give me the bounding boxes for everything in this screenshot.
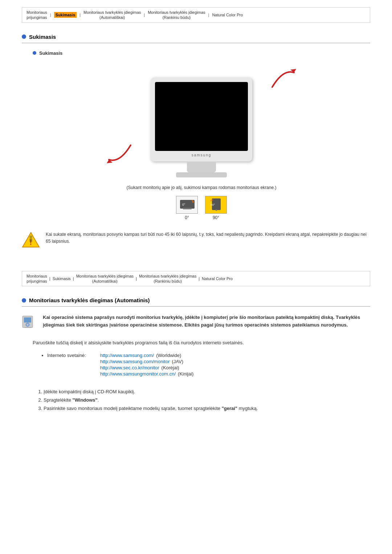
link-suffix-jav: (JAV): [172, 359, 183, 364]
spacer-1: [22, 264, 370, 271]
link-row-2: http://www.samsung.com/monitor (JAV): [100, 359, 193, 364]
section2-dot: [22, 298, 26, 303]
nav2-item-natural-color-pro[interactable]: Natural Color Pro: [202, 276, 233, 281]
section2-normal-paragraph: Paruoškite tuščią diskelį ir atsisiųskit…: [33, 339, 370, 347]
link-suffix-china: (Kinijai): [178, 371, 193, 377]
sub-section-sukimasis-header: Sukimasis: [33, 50, 370, 56]
links-block: http://www.samsung.com/ (Worldwide) http…: [100, 353, 193, 377]
monitor-stand-base: [176, 161, 227, 177]
svg-rect-12: [29, 238, 32, 242]
link-worldwide[interactable]: http://www.samsung.com/: [100, 353, 154, 358]
nav-sep-3: |: [144, 13, 145, 17]
nav2-item-rankiniu[interactable]: Monitoriaus tvarkyklės įdiegimas(Rankini…: [139, 274, 196, 284]
rotation-caption: (Sukant monitorių apie jo ašį, sukimosi …: [33, 185, 370, 190]
link-row-4: http://www.samsungmonitor.com.cn/ (Kinij…: [100, 371, 193, 377]
nav-sep-4: |: [208, 13, 209, 17]
warning-icon: !: [22, 231, 40, 249]
page-wrapper: Monitoriausprijungimas | Sukimasis | Mon…: [0, 0, 392, 420]
nav-item-prijungimas[interactable]: Monitoriausprijungimas: [26, 10, 47, 20]
nav-item-rankiniu[interactable]: Monitoriaus tvarkyklės įdiegimas(Rankini…: [148, 10, 205, 20]
angle-0-icon: 0°: [179, 198, 195, 211]
link-suffix-worldwide: (Worldwide): [156, 353, 181, 358]
nav-bar-2: Monitoriausprijungimas | Sukimasis | Mon…: [22, 271, 370, 287]
section1-header: Sukimasis: [22, 34, 370, 40]
driver-text-block: Kai operacinė sistema paprašys nurodyti …: [43, 314, 370, 333]
nav-sep-2: |: [79, 13, 81, 17]
link-korea[interactable]: http://www.sec.co.kr/monitor: [100, 365, 159, 370]
nav2-sep-1: |: [49, 276, 50, 281]
link-china[interactable]: http://www.samsungmonitor.com.cn/: [100, 371, 176, 377]
monitor-base: [176, 172, 227, 177]
section1-divider: [22, 43, 370, 43]
svg-text:90°: 90°: [211, 203, 215, 206]
link-jav[interactable]: http://www.samsung.com/monitor: [100, 359, 170, 364]
step-3: Pasirinkite savo monitoriaus modelį pate…: [44, 404, 370, 413]
svg-rect-14: [24, 317, 31, 323]
link-row-1: http://www.samsung.com/ (Worldwide): [100, 353, 193, 358]
svg-point-16: [27, 324, 28, 325]
section2-divider: [22, 306, 370, 307]
warning-text: Kai sukate ekraną, monitoriaus posvyrio …: [46, 231, 370, 245]
step-2: Spragtelėkite "Windows".: [44, 396, 370, 404]
section2-bold-paragraph: Kai operacinė sistema paprašys nurodyti …: [43, 314, 370, 329]
step-3-bold: "gerai": [222, 406, 237, 411]
nav2-sep-3: |: [136, 276, 137, 281]
svg-text:0°: 0°: [182, 203, 185, 206]
monitor-brand: samsung: [155, 153, 248, 157]
angle-0-box: 0°: [176, 196, 198, 214]
angle-0-label: 0°: [185, 215, 189, 220]
nav2-sep-2: |: [73, 276, 74, 281]
driver-block: Kai operacinė sistema paprašys nurodyti …: [22, 314, 370, 333]
nav2-item-sukimasis[interactable]: Sukimasis: [53, 276, 71, 281]
nav2-item-automatiskai[interactable]: Monitoriaus tvarkyklės įdiegimas(Automat…: [76, 274, 134, 284]
angle-90-box: 90°: [205, 196, 227, 214]
section2-header: Monitoriaus tvarkyklės diegimas (Automat…: [22, 297, 370, 303]
monitor-illustration: samsung: [33, 62, 370, 178]
angle-0-container: 0° 0°: [176, 196, 198, 220]
svg-rect-7: [216, 209, 217, 211]
section1-title: Sukimasis: [29, 34, 56, 40]
arrow-bottom-left-icon: [105, 141, 134, 167]
section1-dot: [22, 34, 26, 39]
step-2-bold: "Windows": [73, 397, 98, 403]
nav2-sep-4: |: [199, 276, 200, 281]
numbered-steps: Įdėkite kompaktinį diską į CD-ROM kaupik…: [44, 387, 370, 413]
section2-content: Paruoškite tuščią diskelį ir atsisiųskit…: [33, 339, 370, 377]
link-suffix-korea: (Korėjai): [162, 365, 179, 370]
section2-title: Monitoriaus tvarkyklės diegimas (Automat…: [29, 297, 150, 303]
angle-90-icon: 90°: [208, 198, 224, 211]
monitor-body: samsung: [151, 78, 252, 161]
nav-item-sukimasis[interactable]: Sukimasis: [54, 12, 77, 18]
internet-label: Interneto svetainė:: [47, 353, 94, 358]
link-row-3: http://www.sec.co.kr/monitor (Korėjai): [100, 365, 193, 370]
links-row: Interneto svetainė: http://www.samsung.c…: [33, 353, 370, 377]
nav-bar-1: Monitoriausprijungimas | Sukimasis | Mon…: [22, 7, 370, 23]
sub-section-title: Sukimasis: [39, 50, 62, 56]
nav-item-natural-color-pro[interactable]: Natural Color Pro: [212, 13, 243, 17]
nav-sep-1: |: [50, 13, 51, 17]
monitor-screen: [155, 82, 248, 151]
sub-section-dot: [33, 51, 36, 55]
nav-item-automatiskai[interactable]: Monitoriaus tvarkyklės įdiegimas(Automat…: [83, 10, 141, 20]
rotation-indicators: 0° 0° 90° 90°: [33, 196, 370, 220]
svg-point-11: [29, 235, 32, 238]
sub-section-sukimasis: Sukimasis samsung: [33, 50, 370, 220]
nav2-item-prijungimas[interactable]: Monitoriausprijungimas: [26, 274, 47, 284]
warning-block: ! Kai sukate ekraną, monitoriaus posvyri…: [22, 227, 370, 253]
arrow-top-right-icon: [269, 65, 298, 91]
angle-90-label: 90°: [213, 215, 219, 220]
step-1: Įdėkite kompaktinį diską į CD-ROM kaupik…: [44, 387, 370, 396]
monitor-container: samsung: [151, 78, 252, 161]
angle-90-container: 90° 90°: [205, 196, 227, 220]
monitor-stand: [187, 161, 216, 172]
svg-rect-3: [183, 208, 192, 209]
driver-cd-icon: [22, 314, 38, 330]
